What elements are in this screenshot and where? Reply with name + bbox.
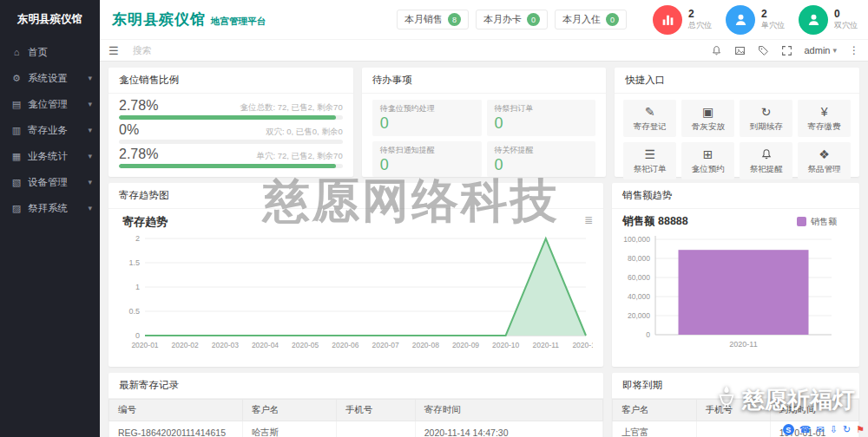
quick-label: 骨灰安放 bbox=[692, 121, 725, 133]
ratio-row-single: 2.78% 单穴: 72, 已售2, 剩余70 bbox=[119, 147, 343, 168]
table-header-row: 客户名 手机号 到期时间 bbox=[613, 400, 859, 421]
tag-icon[interactable] bbox=[758, 45, 769, 56]
progress-fill bbox=[119, 115, 336, 120]
gift-icon: ❖ bbox=[819, 147, 830, 161]
quick-worship-remind[interactable]: 祭祀提醒 bbox=[740, 142, 792, 179]
chip-month-checkin[interactable]: 本月入住 0 bbox=[555, 10, 627, 29]
yen-icon: ¥ bbox=[821, 105, 828, 119]
svg-text:2020-04: 2020-04 bbox=[252, 341, 279, 349]
phone-icon[interactable]: ☎ bbox=[799, 425, 812, 434]
svg-text:0.5: 0.5 bbox=[128, 307, 140, 316]
user-menu[interactable]: admin ▾ bbox=[805, 45, 838, 55]
card-niche-sales-ratio: 龛位销售比例 2.78% 龛位总数: 72, 已售2, 剩余70 0% bbox=[108, 68, 353, 177]
search-input[interactable] bbox=[133, 45, 246, 55]
quick-ashes-placement[interactable]: ▣ 骨灰安放 bbox=[681, 100, 734, 137]
chevron-down-icon: ▾ bbox=[88, 204, 92, 212]
card-title: 寄存趋势图 bbox=[108, 183, 603, 209]
todo-item-sweep-orders[interactable]: 待祭扫订单 0 bbox=[487, 100, 596, 136]
chart-bars-icon bbox=[653, 5, 682, 35]
quick-niche-booking[interactable]: ⊞ 龛位预约 bbox=[681, 142, 734, 179]
image-icon[interactable] bbox=[734, 45, 746, 56]
col-phone: 手机号 bbox=[696, 400, 770, 421]
dashboard-page: 东明县殡仪馆 ⌂ 首页 ⚙ 系统设置 ▾ ▤ 龛位管理 ▾ ▥ 寄存业务 ▾ ▦… bbox=[0, 0, 868, 437]
bell-icon[interactable] bbox=[711, 45, 722, 56]
svg-text:20,000: 20,000 bbox=[628, 311, 650, 320]
col-storage-time: 寄存时间 bbox=[415, 400, 602, 421]
sidebar-item-business-statistics[interactable]: ▦ 业务统计 ▾ bbox=[0, 143, 100, 169]
mail-icon[interactable]: ✉ bbox=[816, 425, 824, 434]
sidebar-item-device-management[interactable]: ▧ 设备管理 ▾ bbox=[0, 169, 100, 195]
page-title: 东明县殡仪馆 bbox=[112, 10, 206, 29]
sales-trend-chart: 020,00040,00060,00080,000100,0002020-11 bbox=[612, 229, 859, 366]
svg-text:2020-08: 2020-08 bbox=[412, 341, 439, 349]
sidebar-item-worship-system[interactable]: ▨ 祭拜系统 ▾ bbox=[0, 195, 100, 221]
svg-text:2020-10: 2020-10 bbox=[492, 341, 519, 349]
card-title: 销售额趋势 bbox=[612, 183, 859, 209]
quick-storage-payment[interactable]: ¥ 寄存缴费 bbox=[798, 100, 851, 137]
sidebar-item-storage-business[interactable]: ▥ 寄存业务 ▾ bbox=[0, 117, 100, 143]
legend-label: 销售额 bbox=[811, 216, 837, 228]
status-badge: 0 bbox=[606, 13, 619, 26]
storage-icon: ▥ bbox=[10, 125, 23, 136]
cell-storage-time: 2020-11-14 14:47:30 bbox=[415, 421, 602, 437]
quick-label: 龛位预约 bbox=[692, 164, 725, 175]
quick-label: 寄存缴费 bbox=[808, 121, 841, 133]
quick-worship-orders[interactable]: ☰ 祭祀订单 bbox=[623, 142, 676, 179]
svg-text:1.5: 1.5 bbox=[128, 258, 140, 267]
refresh-icon: ↻ bbox=[761, 105, 772, 119]
card-title: 龛位销售比例 bbox=[108, 68, 353, 94]
browser-logo-icon[interactable]: S bbox=[783, 424, 794, 435]
sidebar-item-system-settings[interactable]: ⚙ 系统设置 ▾ bbox=[0, 65, 100, 91]
todo-count: 0 bbox=[380, 156, 474, 174]
ratio-desc: 单穴: 72, 已售2, 剩余70 bbox=[256, 151, 342, 162]
sales-amount: 销售额 88888 bbox=[622, 214, 688, 229]
status-badge: 8 bbox=[448, 13, 461, 26]
reload-icon[interactable]: ↻ bbox=[843, 425, 851, 434]
stat-total-niches: 2 总穴位 bbox=[653, 5, 712, 35]
stat-value: 0 bbox=[834, 8, 858, 21]
todo-item-niche-booking[interactable]: 待龛位预约处理 0 bbox=[372, 100, 482, 136]
header-stats: 2 总穴位 2 单穴位 0 双穴位 bbox=[653, 5, 858, 35]
todo-count: 0 bbox=[495, 156, 589, 174]
main-content: 龛位销售比例 2.78% 龛位总数: 72, 已售2, 剩余70 0% bbox=[100, 62, 868, 437]
card-title: 最新寄存记录 bbox=[108, 373, 603, 399]
records-table: 编号 客户名 手机号 寄存时间 REG-18642020111414615 哈吉… bbox=[108, 399, 603, 437]
hamburger-icon[interactable]: ☰ bbox=[108, 44, 119, 57]
col-customer: 客户名 bbox=[613, 400, 697, 421]
more-menu-icon[interactable]: ⋮ bbox=[849, 44, 859, 56]
flag-icon[interactable]: ⚑ bbox=[856, 425, 865, 434]
chip-month-sales[interactable]: 本月销售 8 bbox=[397, 10, 469, 29]
pencil-icon: ✎ bbox=[645, 105, 655, 119]
svg-text:2020-01: 2020-01 bbox=[131, 341, 158, 349]
col-customer: 客户名 bbox=[242, 400, 336, 421]
chevron-down-icon: ▾ bbox=[88, 126, 92, 134]
download-icon[interactable]: ⇩ bbox=[830, 425, 838, 434]
legend-sales[interactable]: 销售额 bbox=[797, 216, 837, 228]
sidebar-item-home[interactable]: ⌂ 首页 bbox=[0, 39, 100, 65]
quick-offering-management[interactable]: ❖ 祭品管理 bbox=[798, 142, 851, 179]
todo-item-care-remind[interactable]: 待关怀提醒 0 bbox=[487, 141, 596, 178]
chart-toolbox-icon[interactable]: ≣ bbox=[584, 214, 593, 226]
cell-customer: 哈吉斯 bbox=[242, 421, 336, 437]
quick-storage-register[interactable]: ✎ 寄存登记 bbox=[623, 100, 676, 137]
fullscreen-icon[interactable] bbox=[781, 45, 792, 56]
calendar-icon: ⊞ bbox=[703, 147, 713, 161]
username: admin bbox=[805, 45, 831, 55]
month-stat-chips: 本月销售 8 本月办卡 0 本月入住 0 bbox=[397, 10, 627, 29]
todo-item-sweep-notify[interactable]: 待祭扫通知提醒 0 bbox=[372, 141, 482, 178]
stat-double-niches: 0 双穴位 bbox=[799, 5, 858, 35]
card-latest-records: 最新寄存记录 编号 客户名 手机号 寄存时间 REG-1864202011141… bbox=[108, 373, 603, 437]
stat-value: 2 bbox=[688, 8, 712, 21]
chip-month-cards[interactable]: 本月办卡 0 bbox=[476, 10, 548, 29]
sidebar-item-label: 业务统计 bbox=[28, 150, 68, 163]
sidebar-item-niche-management[interactable]: ▤ 龛位管理 ▾ bbox=[0, 91, 100, 117]
quick-renew-storage[interactable]: ↻ 到期续存 bbox=[740, 100, 792, 137]
svg-text:40,000: 40,000 bbox=[628, 292, 650, 301]
gear-icon: ⚙ bbox=[10, 73, 23, 84]
card-title: 快捷入口 bbox=[615, 68, 859, 94]
svg-text:2020-06: 2020-06 bbox=[332, 341, 358, 349]
col-phone: 手机号 bbox=[336, 400, 415, 421]
user-icon bbox=[726, 5, 755, 35]
table-row[interactable]: REG-18642020111414615 哈吉斯 2020-11-14 14:… bbox=[109, 421, 603, 437]
browser-plugin-bar: S ☎ ✉ ⇩ ↻ ⚑ bbox=[783, 424, 865, 435]
